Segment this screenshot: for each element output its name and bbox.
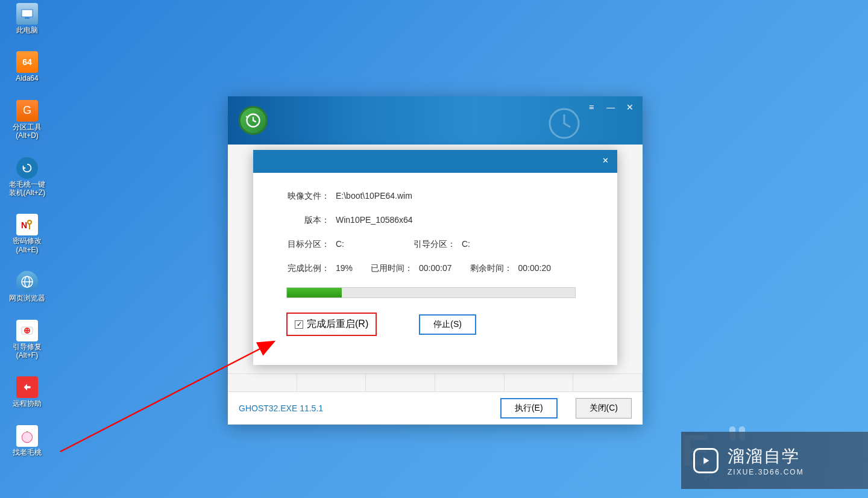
restart-checkbox[interactable]: ✓ [295,320,303,329]
percent-label: 完成比例： [286,263,330,274]
desktop-icon-boot-repair[interactable]: 引导修复 (Alt+F) [6,320,48,360]
partition-icon: G [16,100,38,122]
target-value: C: [336,239,344,250]
pc-icon [16,3,38,25]
watermark-subtitle: ZIXUE.3D66.COM [728,468,804,476]
window-controls: ≡ — ✕ [586,102,635,112]
icon-label: 引导修复 (Alt+F) [13,343,42,360]
main-window-header: ≡ — ✕ [228,96,643,145]
app-logo-icon [239,106,268,135]
desktop-icon-aida64[interactable]: 64 Aida64 [6,51,48,82]
icon-label: Aida64 [16,74,38,82]
aida-icon: 64 [16,51,38,73]
desktop-icon-laomaotao[interactable]: 找老毛桃 [6,425,48,456]
dialog-header: ✕ [253,150,617,173]
svg-marker-21 [703,457,709,464]
restart-checkbox-highlight: ✓ 完成后重启(R) [286,313,377,336]
watermark-title: 溜溜自学 [728,445,804,468]
version-label: 版本： [286,215,330,226]
desktop-icons-column: 此电脑 64 Aida64 G 分区工具 (Alt+D) 老毛桃一键 装机(Al… [6,3,48,456]
elapsed-label: 已用时间： [371,263,413,274]
svg-rect-0 [22,10,33,17]
icon-label: 密码修改 (Alt+E) [13,237,42,254]
boot-value: C: [462,239,470,250]
watermark-badge: 溜溜自学 ZIXUE.3D66.COM [681,432,868,489]
svg-text:N: N [21,220,27,230]
desktop-icon-partition[interactable]: G 分区工具 (Alt+D) [6,100,48,140]
target-label: 目标分区： [286,239,330,250]
desktop-icon-password[interactable]: N 密码修改 (Alt+E) [6,214,48,254]
image-file-label: 映像文件： [286,191,330,202]
boot-label: 引导分区： [414,239,456,250]
icon-label: 此电脑 [16,26,38,34]
play-icon [693,448,719,473]
minimize-icon[interactable]: — [605,102,616,112]
peach-icon [16,425,38,447]
progress-fill [287,288,342,297]
percent-value: 19% [336,263,353,274]
svg-point-12 [22,432,32,442]
desktop-icon-this-pc[interactable]: 此电脑 [6,3,48,34]
image-file-value: E:\boot\10PE64.wim [336,191,412,202]
key-icon: N [16,214,38,235]
main-footer: GHOST32.EXE 11.5.1 执行(E) 关闭(C) [228,391,643,425]
svg-rect-1 [25,17,30,19]
restore-icon [16,157,38,179]
icon-label: 分区工具 (Alt+D) [13,123,42,140]
desktop-icon-browser[interactable]: 网页浏览器 [6,271,48,302]
remote-icon [16,376,38,398]
icon-label: 网页浏览器 [9,294,45,302]
remain-value: 00:00:20 [518,263,552,274]
progress-bar [286,287,576,298]
menu-icon[interactable]: ≡ [586,102,597,112]
icon-label: 老毛桃一键 装机(Alt+Z) [9,180,45,198]
execute-button[interactable]: 执行(E) [500,398,558,419]
close-button[interactable]: 关闭(C) [576,398,632,419]
ghost-version-label: GHOST32.EXE 11.5.1 [239,403,323,413]
icon-label: 找老毛桃 [13,448,42,456]
close-icon[interactable]: ✕ [624,102,635,112]
icon-label: 远程协助 [13,399,42,408]
progress-dialog: ✕ 映像文件： E:\boot\10PE64.wim 版本： Win10PE_1… [253,150,617,365]
svg-point-3 [28,220,31,224]
dialog-close-icon[interactable]: ✕ [602,156,609,165]
table-row [228,373,643,391]
globe-icon [16,271,38,293]
elapsed-value: 00:00:07 [419,263,452,274]
restart-checkbox-label: 完成后重启(R) [307,318,368,331]
desktop-icon-restore[interactable]: 老毛桃一键 装机(Alt+Z) [6,157,48,198]
version-value: Win10PE_10586x64 [336,215,413,226]
dialog-body: 映像文件： E:\boot\10PE64.wim 版本： Win10PE_105… [253,173,617,348]
stop-button[interactable]: 停止(S) [419,314,476,335]
desktop-icon-remote[interactable]: 远程协助 [6,376,48,408]
boot-repair-icon [16,320,38,341]
remain-label: 剩余时间： [470,263,512,274]
header-ghost-icon [546,105,582,142]
